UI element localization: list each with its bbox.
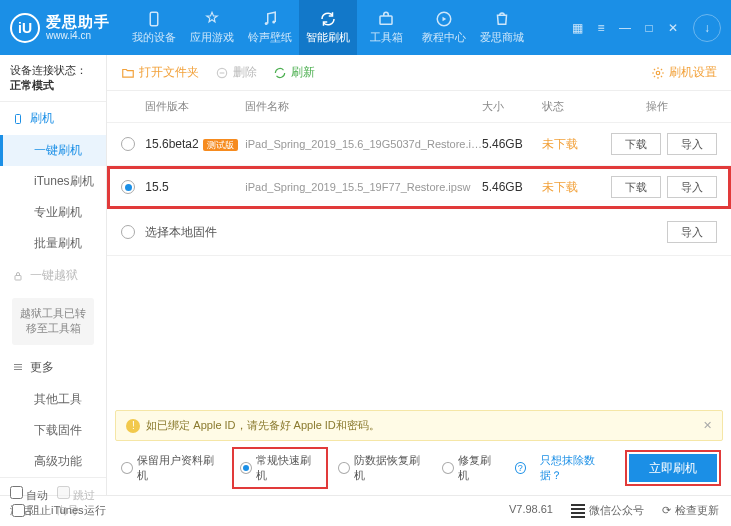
fw-status: 未下载 xyxy=(542,136,597,153)
firmware-row-selected[interactable]: 15.5 iPad_Spring_2019_15.5_19F77_Restore… xyxy=(107,166,731,209)
qr-icon xyxy=(571,504,585,518)
sidebar-group-more[interactable]: 更多 xyxy=(0,351,106,384)
download-button[interactable]: 下载 xyxy=(611,176,661,198)
svg-point-9 xyxy=(656,71,660,75)
mode-normal[interactable]: 常规快速刷机 xyxy=(236,451,324,485)
sidebar-group-flash[interactable]: 刷机 xyxy=(0,102,106,135)
download-button[interactable]: 下载 xyxy=(611,133,661,155)
nav-my-device[interactable]: 我的设备 xyxy=(125,0,183,55)
menu-icon[interactable]: ▦ xyxy=(567,18,587,38)
minimize-icon[interactable]: — xyxy=(615,18,635,38)
brand-name: 爱思助手 xyxy=(46,14,110,31)
firmware-table-header: 固件版本 固件名称 大小 状态 操作 xyxy=(107,91,731,123)
firmware-radio[interactable] xyxy=(121,137,135,151)
statusbar: 阻止iTunes运行 V7.98.61 微信公众号 ⟳ 检查更新 xyxy=(0,495,731,525)
svg-rect-0 xyxy=(150,12,158,26)
refresh-button[interactable]: 刷新 xyxy=(273,64,315,81)
apple-id-notice: ! 如已绑定 Apple ID，请先备好 Apple ID和密码。 ✕ xyxy=(115,410,723,441)
fw-size: 5.46GB xyxy=(482,137,542,151)
nav-flash[interactable]: 智能刷机 xyxy=(299,0,357,55)
info-icon[interactable]: ? xyxy=(515,462,527,474)
th-status: 状态 xyxy=(542,99,597,114)
delete-button[interactable]: 删除 xyxy=(215,64,257,81)
svg-rect-3 xyxy=(380,16,392,24)
mode-keep-data[interactable]: 保留用户资料刷机 xyxy=(121,453,222,483)
folder-icon xyxy=(121,66,135,80)
sidebar-item-other-tools[interactable]: 其他工具 xyxy=(0,384,106,415)
sidebar-item-pro-flash[interactable]: 专业刷机 xyxy=(0,197,106,228)
gear-icon xyxy=(651,66,665,80)
beta-tag: 测试版 xyxy=(203,139,238,151)
list-icon xyxy=(12,361,24,373)
sidebar-item-download-fw[interactable]: 下载固件 xyxy=(0,415,106,446)
sidebar-item-oneclick-flash[interactable]: 一键刷机 xyxy=(0,135,106,166)
logo-icon: iU xyxy=(10,13,40,43)
download-indicator-icon[interactable]: ↓ xyxy=(693,14,721,42)
main-panel: 打开文件夹 删除 刷新 刷机设置 固件版本 固件名称 大小 状态 操作 xyxy=(107,55,731,495)
phone-icon xyxy=(12,113,24,125)
brand-logo: iU 爱思助手 www.i4.cn xyxy=(10,13,110,43)
sidebar-item-batch-flash[interactable]: 批量刷机 xyxy=(0,228,106,259)
fw-version: 15.5 xyxy=(145,180,245,194)
jailbreak-moved-note: 越狱工具已转移至工具箱 xyxy=(12,298,94,345)
import-button[interactable]: 导入 xyxy=(667,221,717,243)
flash-settings-button[interactable]: 刷机设置 xyxy=(651,64,717,81)
toolbar: 打开文件夹 删除 刷新 刷机设置 xyxy=(107,55,731,91)
import-button[interactable]: 导入 xyxy=(667,176,717,198)
sidebar-item-advanced[interactable]: 高级功能 xyxy=(0,446,106,477)
settings-icon[interactable]: ≡ xyxy=(591,18,611,38)
th-version: 固件版本 xyxy=(145,99,245,114)
local-firmware-radio[interactable] xyxy=(121,225,135,239)
refresh-icon xyxy=(273,66,287,80)
sidebar-item-itunes-flash[interactable]: iTunes刷机 xyxy=(0,166,106,197)
th-name: 固件名称 xyxy=(245,99,482,114)
firmware-radio[interactable] xyxy=(121,180,135,194)
warning-icon: ! xyxy=(126,419,140,433)
sidebar-options: 自动激活 跳过向导 xyxy=(0,477,106,526)
fw-status: 未下载 xyxy=(542,179,597,196)
close-icon[interactable]: ✕ xyxy=(663,18,683,38)
nav-toolbox[interactable]: 工具箱 xyxy=(357,0,415,55)
fw-name: iPad_Spring_2019_15.6_19G5037d_Restore.i… xyxy=(245,138,482,150)
brand-url: www.i4.cn xyxy=(46,30,110,41)
wechat-link[interactable]: 微信公众号 xyxy=(571,503,644,518)
sidebar: 设备连接状态：正常模式 刷机 一键刷机 iTunes刷机 专业刷机 批量刷机 一… xyxy=(0,55,107,495)
check-update-link[interactable]: ⟳ 检查更新 xyxy=(662,503,719,518)
flash-now-button[interactable]: 立即刷机 xyxy=(629,454,717,482)
mode-anti-recover[interactable]: 防数据恢复刷机 xyxy=(338,453,428,483)
svg-rect-5 xyxy=(16,114,21,123)
nav-store[interactable]: 爱思商城 xyxy=(473,0,531,55)
import-button[interactable]: 导入 xyxy=(667,133,717,155)
nav-tutorials[interactable]: 教程中心 xyxy=(415,0,473,55)
mode-repair[interactable]: 修复刷机 xyxy=(442,453,500,483)
local-firmware-row[interactable]: 选择本地固件 导入 xyxy=(107,209,731,256)
notice-close-icon[interactable]: ✕ xyxy=(703,419,712,432)
th-size: 大小 xyxy=(482,99,542,114)
flash-mode-bar: 保留用户资料刷机 常规快速刷机 防数据恢复刷机 修复刷机 ? 只想抹除数据？ 立… xyxy=(107,441,731,495)
open-folder-button[interactable]: 打开文件夹 xyxy=(121,64,199,81)
th-ops: 操作 xyxy=(597,99,717,114)
main-nav: 我的设备 应用游戏 铃声壁纸 智能刷机 工具箱 教程中心 爱思商城 xyxy=(125,0,531,55)
window-controls: ▦ ≡ — □ ✕ ↓ xyxy=(567,14,721,42)
svg-rect-6 xyxy=(15,275,21,280)
version-label: V7.98.61 xyxy=(509,503,553,518)
sidebar-group-jailbreak[interactable]: 一键越狱 xyxy=(0,259,106,292)
fw-version: 15.6beta2测试版 xyxy=(145,137,245,152)
erase-only-link[interactable]: 只想抹除数据？ xyxy=(540,453,615,483)
svg-point-2 xyxy=(272,21,275,24)
titlebar: iU 爱思助手 www.i4.cn 我的设备 应用游戏 铃声壁纸 智能刷机 工具… xyxy=(0,0,731,55)
local-firmware-label: 选择本地固件 xyxy=(145,224,217,241)
firmware-row[interactable]: 15.6beta2测试版 iPad_Spring_2019_15.6_19G50… xyxy=(107,123,731,166)
block-itunes-checkbox[interactable]: 阻止iTunes运行 xyxy=(12,503,106,518)
maximize-icon[interactable]: □ xyxy=(639,18,659,38)
nav-apps[interactable]: 应用游戏 xyxy=(183,0,241,55)
connection-status: 设备连接状态：正常模式 xyxy=(0,55,106,102)
fw-size: 5.46GB xyxy=(482,180,542,194)
lock-icon xyxy=(12,270,24,282)
delete-icon xyxy=(215,66,229,80)
svg-point-1 xyxy=(265,22,268,25)
nav-ringtones[interactable]: 铃声壁纸 xyxy=(241,0,299,55)
fw-name: iPad_Spring_2019_15.5_19F77_Restore.ipsw xyxy=(245,181,482,193)
